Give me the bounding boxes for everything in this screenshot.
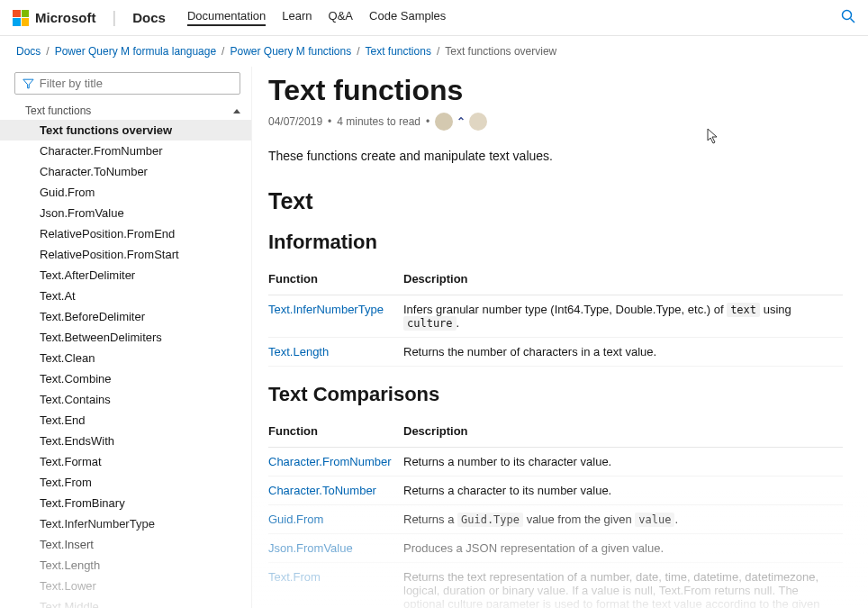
table-row: Text.InferNumberTypeInfers granular numb… (268, 295, 843, 338)
toc-group-header[interactable]: Text functions (0, 102, 251, 120)
toc-item[interactable]: Character.ToNumber (0, 161, 251, 182)
function-description: Returns a number to its character value. (403, 448, 843, 476)
top-nav-item[interactable]: Documentation (187, 9, 266, 26)
toc-item[interactable]: Text.FromBinary (0, 493, 251, 513)
top-header: Microsoft | Docs DocumentationLearnQ&ACo… (0, 0, 868, 36)
th-description: Description (403, 263, 843, 295)
table-row: Character.FromNumberReturns a number to … (268, 448, 843, 476)
function-link[interactable]: Character.FromNumber (268, 455, 392, 468)
function-description: Returns the number of characters in a te… (403, 338, 843, 367)
top-nav: DocumentationLearnQ&ACode Samples (187, 9, 446, 26)
article-meta: 04/07/2019 • 4 minutes to read • ⌃ (268, 113, 843, 131)
toc-item[interactable]: RelativePosition.FromStart (0, 244, 251, 265)
breadcrumb-current: Text functions overview (445, 45, 556, 58)
th-function: Function (268, 263, 403, 295)
table-row: Json.FromValueProduces a JSON representa… (268, 534, 843, 563)
function-table: FunctionDescriptionCharacter.FromNumberR… (268, 415, 843, 608)
intro-text: These functions create and manipulate te… (268, 149, 843, 163)
avatar (469, 113, 487, 131)
toc-item[interactable]: Text.From (0, 472, 251, 493)
toc-item[interactable]: Text.BeforeDelimiter (0, 306, 251, 327)
toc-item[interactable]: Text.BetweenDelimiters (0, 327, 251, 348)
toc-item[interactable]: Guid.From (0, 182, 251, 203)
toc-item[interactable]: Character.FromNumber (0, 141, 251, 161)
toc-item[interactable]: Text.Clean (0, 348, 251, 368)
th-function: Function (268, 415, 403, 448)
toc-item[interactable]: Text.AfterDelimiter (0, 265, 251, 286)
function-link[interactable]: Guid.From (268, 513, 323, 526)
filter-input[interactable] (40, 77, 232, 90)
toc-item[interactable]: Text.Format (0, 451, 251, 472)
top-nav-item[interactable]: Q&A (329, 9, 353, 26)
section-heading-text: Text (268, 188, 843, 214)
toc-item[interactable]: Text functions overview (0, 120, 251, 141)
toc-item[interactable]: RelativePosition.FromEnd (0, 223, 251, 244)
svg-line-1 (851, 18, 855, 23)
toc-item[interactable]: Text.Combine (0, 368, 251, 389)
toc-item[interactable]: Text.Insert (0, 534, 251, 555)
toc-item[interactable]: Text.EndsWith (0, 431, 251, 451)
function-link[interactable]: Json.FromValue (268, 541, 353, 555)
breadcrumb-link[interactable]: Power Query M functions (230, 45, 351, 58)
toc-item[interactable]: Text.Middle (0, 596, 251, 608)
function-description: Returns a character to its number value. (403, 476, 843, 505)
toc-item[interactable]: Text.End (0, 410, 251, 431)
function-description: Infers granular number type (Int64.Type,… (403, 295, 843, 338)
search-icon[interactable] (841, 9, 855, 27)
toc-item[interactable]: Text.Contains (0, 389, 251, 410)
read-time: 4 minutes to read (337, 115, 420, 128)
inline-code: Guid.Type (457, 513, 523, 527)
th-description: Description (403, 415, 843, 448)
table-row: Guid.FromReturns a Guid.Type value from … (268, 505, 843, 534)
function-link[interactable]: Text.Length (268, 345, 329, 358)
breadcrumb-link[interactable]: Docs (16, 45, 41, 58)
toc-group-label: Text functions (25, 104, 91, 117)
function-description: Returns a Guid.Type value from the given… (403, 505, 843, 534)
divider: | (113, 8, 117, 27)
top-nav-item[interactable]: Learn (282, 9, 312, 26)
page-title: Text functions (268, 74, 843, 107)
function-description: Returns the text representation of a num… (403, 563, 843, 609)
toc-item[interactable]: Text.Length (0, 555, 251, 576)
breadcrumb-link[interactable]: Power Query M formula language (55, 45, 216, 58)
svg-marker-2 (23, 79, 33, 88)
function-description: Produces a JSON representation of a give… (403, 534, 843, 563)
subsection-heading: Information (268, 231, 843, 254)
table-row: Character.ToNumberReturns a character to… (268, 476, 843, 505)
toc[interactable]: Text functions Text functions overviewCh… (0, 102, 251, 608)
toc-item[interactable]: Text.At (0, 286, 251, 306)
toc-item[interactable]: Json.FromValue (0, 203, 251, 223)
inline-code: value (635, 513, 674, 527)
function-link[interactable]: Character.ToNumber (268, 484, 376, 497)
function-link[interactable]: Text.InferNumberType (268, 303, 384, 316)
mouse-cursor-icon (707, 128, 719, 144)
top-nav-item[interactable]: Code Samples (369, 9, 446, 26)
subsection-heading: Text Comparisons (268, 383, 843, 406)
breadcrumb-link[interactable]: Text functions (366, 45, 431, 58)
article-date: 04/07/2019 (268, 115, 322, 128)
avatar (435, 113, 453, 131)
microsoft-brand[interactable]: Microsoft (13, 10, 96, 26)
function-link[interactable]: Text.From (268, 570, 321, 584)
sidebar: Text functions Text functions overviewCh… (0, 67, 252, 608)
svg-point-0 (843, 10, 852, 19)
main-content: Text functions 04/07/2019 • 4 minutes to… (252, 67, 868, 608)
breadcrumb: Docs/Power Query M formula language/Powe… (0, 36, 868, 67)
toc-item[interactable]: Text.InferNumberType (0, 513, 251, 534)
toc-item[interactable]: Text.Lower (0, 576, 251, 596)
brand-label: Microsoft (35, 10, 96, 25)
table-row: Text.FromReturns the text representation… (268, 563, 843, 609)
contributors[interactable]: ⌃ (435, 113, 487, 131)
filter-icon (23, 77, 34, 90)
table-row: Text.LengthReturns the number of charact… (268, 338, 843, 367)
chevron-icon: ⌃ (457, 115, 466, 128)
product-name[interactable]: Docs (132, 10, 166, 25)
microsoft-logo-icon (13, 10, 29, 26)
chevron-up-icon (233, 109, 240, 113)
inline-code: text (727, 303, 760, 317)
filter-input-wrap[interactable] (14, 72, 240, 95)
inline-code: culture (403, 316, 457, 331)
function-table: FunctionDescriptionText.InferNumberTypeI… (268, 263, 843, 367)
